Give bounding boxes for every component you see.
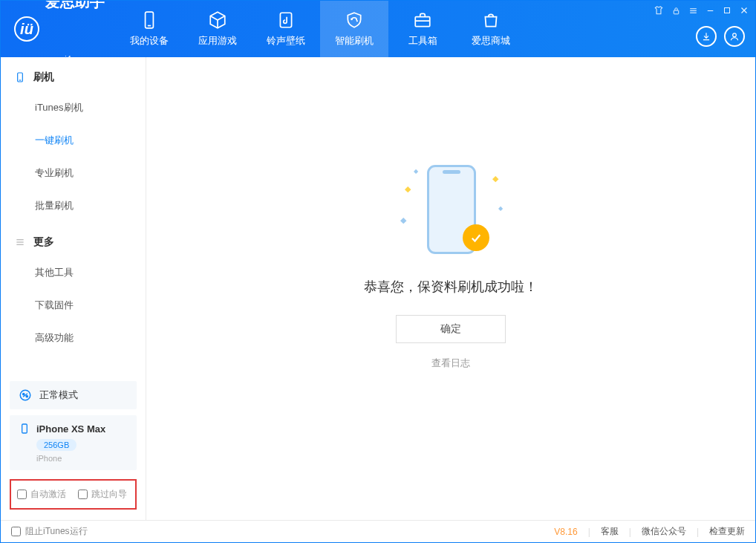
sidebar-section-more: 更多 [1,222,146,256]
device-card[interactable]: iPhone XS Max 256GB iPhone [10,415,137,470]
checkbox-skip-guide[interactable]: 跳过向导 [78,488,127,501]
footer-link-support[interactable]: 客服 [601,525,619,538]
list-icon [14,236,26,248]
svg-point-12 [733,33,737,37]
success-illustration: ◆ ◆ ◆ ◆ ◆ [399,163,503,260]
sidebar-item-oneclick-flash[interactable]: 一键刷机 [1,124,146,157]
user-button[interactable] [724,26,745,47]
status-card[interactable]: 正常模式 [10,381,137,409]
header-right-buttons [696,26,745,47]
bag-icon [481,10,501,30]
app-name: 爱思助手 [45,0,105,53]
nav-store[interactable]: 爱思商城 [457,1,525,57]
sidebar-bottom: 正常模式 iPhone XS Max 256GB iPhone 自动激活 跳过向… [1,381,146,520]
checkbox-auto-activate[interactable]: 自动激活 [17,488,66,501]
sidebar: 刷机 iTunes刷机 一键刷机 专业刷机 批量刷机 更多 其他工具 下载固件 … [1,57,146,520]
menu-icon[interactable] [688,6,698,16]
sidebar-item-other-tools[interactable]: 其他工具 [1,256,146,289]
body: 刷机 iTunes刷机 一键刷机 专业刷机 批量刷机 更多 其他工具 下载固件 … [1,57,755,520]
cube-icon [208,10,227,30]
refresh-shield-icon [345,10,364,30]
music-file-icon [276,10,296,30]
device-icon [14,71,26,83]
shirt-icon[interactable] [654,5,664,16]
block-itunes-label: 阻止iTunes运行 [25,525,88,538]
options-highlight: 自动激活 跳过向导 [10,479,137,510]
nav-flash[interactable]: 智能刷机 [320,1,388,57]
close-icon[interactable] [739,5,749,16]
sidebar-item-download-firmware[interactable]: 下载固件 [1,289,146,322]
main-nav: 我的设备 应用游戏 铃声壁纸 智能刷机 工具箱 爱思商城 [115,1,525,57]
lock-icon[interactable] [671,6,681,16]
footer-link-wechat[interactable]: 微信公众号 [642,525,686,538]
titlebar-controls [654,5,749,16]
user-icon [729,31,740,42]
logo-icon: iü [14,16,39,42]
checkbox-block-itunes[interactable] [11,527,21,536]
sidebar-item-batch-flash[interactable]: 批量刷机 [1,189,146,222]
sidebar-item-advanced[interactable]: 高级功能 [1,322,146,354]
device-name: iPhone XS Max [36,423,105,435]
header: iü 爱思助手 www.i4.cn 我的设备 应用游戏 铃声壁纸 智能刷机 工具… [1,1,755,57]
nav-my-device[interactable]: 我的设备 [115,1,183,57]
svg-rect-3 [415,17,430,27]
ok-button[interactable]: 确定 [396,315,506,343]
maximize-icon[interactable] [723,6,731,15]
download-icon [701,31,711,42]
sidebar-item-itunes-flash[interactable]: iTunes刷机 [1,91,146,124]
check-badge-icon [463,224,489,251]
sidebar-item-pro-flash[interactable]: 专业刷机 [1,157,146,189]
phone-icon [140,10,159,30]
footer: 阻止iTunes运行 V8.16 | 客服 | 微信公众号 | 检查更新 [1,520,755,542]
device-storage-badge: 256GB [36,439,76,451]
svg-point-19 [23,393,25,394]
svg-rect-9 [725,8,730,13]
logo[interactable]: iü 爱思助手 www.i4.cn [1,0,115,64]
briefcase-icon [413,10,432,30]
download-button[interactable] [696,26,717,47]
svg-point-20 [26,395,27,397]
svg-rect-22 [22,424,27,433]
nav-toolbox[interactable]: 工具箱 [388,1,457,57]
success-text: 恭喜您，保资料刷机成功啦！ [364,278,538,296]
minimize-icon[interactable] [706,6,715,16]
nav-apps[interactable]: 应用游戏 [183,1,252,57]
main-content: ◆ ◆ ◆ ◆ ◆ 恭喜您，保资料刷机成功啦！ 确定 查看日志 [146,57,755,520]
version-label: V8.16 [554,527,577,537]
device-small-icon [19,423,30,435]
nav-ringtones[interactable]: 铃声壁纸 [252,1,320,57]
svg-rect-4 [674,10,679,13]
device-type: iPhone [36,454,128,463]
view-log-link[interactable]: 查看日志 [431,357,470,370]
svg-rect-2 [280,13,291,27]
app-url: www.i4.cn [45,53,105,64]
footer-link-update[interactable]: 检查更新 [709,525,745,538]
status-icon [19,388,32,402]
